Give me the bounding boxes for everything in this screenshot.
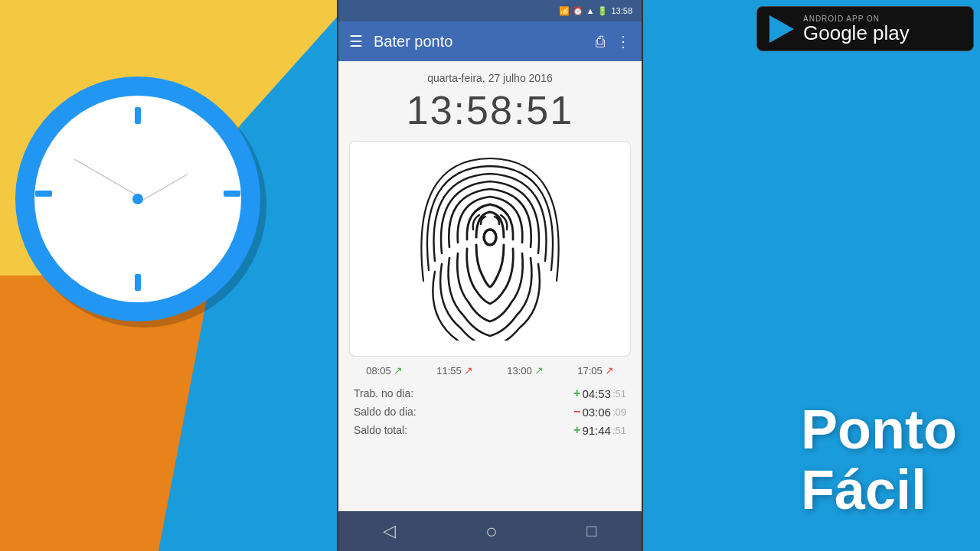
arrow-out-4: ↗ xyxy=(605,364,614,377)
more-options-icon[interactable]: ⋮ xyxy=(616,32,631,51)
clock-outer-circle xyxy=(15,77,260,321)
timestamps-row: 08:05 ↗ 11:55 ↗ 13:00 ↗ 17:05 ↗ xyxy=(338,357,642,381)
status-time: 13:58 xyxy=(611,6,632,15)
share-icon[interactable]: ⎙ xyxy=(596,33,605,51)
play-big-text: Google play xyxy=(803,23,910,43)
menu-icon[interactable]: ☰ xyxy=(349,32,363,51)
stat-sign-daily: − xyxy=(573,405,580,419)
stat-sign-work: + xyxy=(573,386,580,400)
fingerprint-card[interactable] xyxy=(349,141,631,357)
stat-value-daily: − 03:06 :09 xyxy=(573,405,626,419)
timestamp-2: 11:55 ↗ xyxy=(436,364,473,377)
branding-text: Ponto Fácil xyxy=(801,399,957,520)
branding-line2: Fácil xyxy=(801,460,957,520)
time-2-value: 11:55 xyxy=(436,365,462,377)
stat-row-total: Saldo total: + 91:44 :51 xyxy=(354,421,626,439)
app-title: Bater ponto xyxy=(374,33,585,51)
nav-recents-icon[interactable]: □ xyxy=(586,521,596,541)
alarm-icon: ⏰ xyxy=(573,6,583,16)
branding-line1: Ponto xyxy=(801,399,957,460)
date-display: quarta-feira, 27 julho 2016 xyxy=(338,61,642,87)
stat-main-total: 91:44 xyxy=(582,424,611,437)
clock-minute-hand xyxy=(70,158,139,201)
signal-icon: ▲ xyxy=(586,6,595,15)
wifi-icon: 📶 xyxy=(559,6,570,16)
arrow-in-3: ↗ xyxy=(534,364,544,377)
time-display: 13:58:51 xyxy=(338,87,642,141)
tick-3 xyxy=(224,191,240,197)
stat-value-total: + 91:44 :51 xyxy=(573,423,626,437)
tick-6 xyxy=(135,274,141,291)
timestamp-4: 17:05 ↗ xyxy=(577,364,614,377)
status-icons: 📶 ⏰ ▲ 🔋 13:58 xyxy=(559,6,632,16)
nav-home-icon[interactable]: ○ xyxy=(485,520,498,543)
status-bar: 📶 ⏰ ▲ 🔋 13:58 xyxy=(338,0,642,21)
tick-9 xyxy=(35,191,52,197)
svg-point-0 xyxy=(484,230,496,245)
timestamp-3: 13:00 ↗ xyxy=(507,364,544,377)
time-4-value: 17:05 xyxy=(577,365,603,377)
phone-content: quarta-feira, 27 julho 2016 13:58:51 xyxy=(338,61,642,511)
phone-frame: 📶 ⏰ ▲ 🔋 13:58 ☰ Bater ponto ⎙ ⋮ quarta-f… xyxy=(337,0,643,551)
stat-label-total: Saldo total: xyxy=(354,424,407,436)
battery-icon: 🔋 xyxy=(597,6,608,16)
play-text-block: ANDROID APP ON Google play xyxy=(803,15,910,43)
stat-value-work: + 04:53 :51 xyxy=(573,386,626,400)
stat-row-daily: Saldo do dia: − 03:06 :09 xyxy=(354,403,626,421)
app-bar: ☰ Bater ponto ⎙ ⋮ xyxy=(338,21,642,61)
stat-secondary-daily: :09 xyxy=(612,406,626,418)
clock-center xyxy=(132,194,143,204)
arrow-in-1: ↗ xyxy=(394,364,403,377)
time-1-value: 08:05 xyxy=(366,365,391,377)
time-3-value: 13:00 xyxy=(507,365,532,377)
stat-label-daily: Saldo do dia: xyxy=(354,406,416,418)
google-play-badge[interactable]: ANDROID APP ON Google play xyxy=(756,6,974,51)
stat-label-work: Trab. no dia: xyxy=(354,387,413,399)
nav-back-icon[interactable]: ◁ xyxy=(383,521,396,541)
timestamp-1: 08:05 ↗ xyxy=(366,364,403,377)
stat-main-daily: 03:06 xyxy=(582,406,611,419)
stats-section: Trab. no dia: + 04:53 :51 Saldo do dia: … xyxy=(338,381,642,442)
stat-secondary-work: :51 xyxy=(612,388,626,399)
tick-12 xyxy=(135,107,141,124)
clock-widget xyxy=(15,77,276,337)
fingerprint-icon xyxy=(413,157,567,341)
arrow-out-2: ↗ xyxy=(464,364,473,377)
stat-sign-total: + xyxy=(573,423,580,437)
nav-bar: ◁ ○ □ xyxy=(338,511,642,551)
stat-secondary-total: :51 xyxy=(612,425,626,436)
clock-inner-circle xyxy=(34,96,241,302)
stat-row-work: Trab. no dia: + 04:53 :51 xyxy=(354,384,626,403)
stat-main-work: 04:53 xyxy=(582,387,611,400)
clock-hour-hand xyxy=(136,168,189,201)
play-triangle-icon xyxy=(769,15,794,43)
